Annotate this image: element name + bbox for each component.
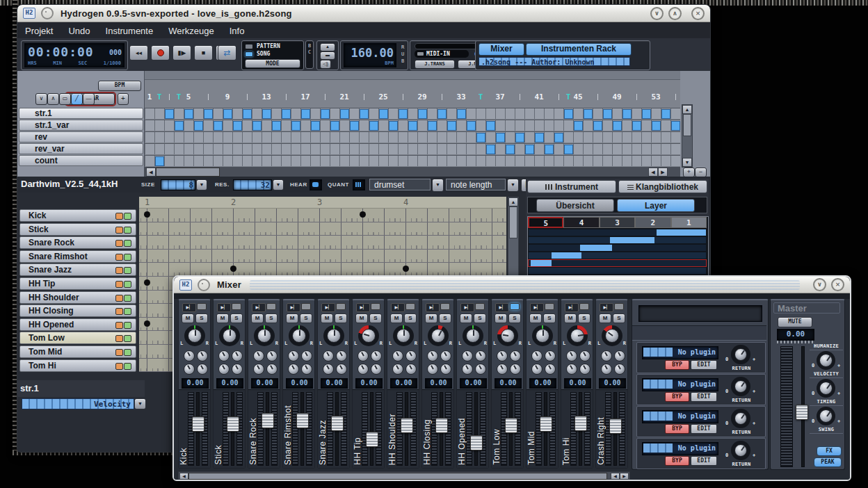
- subtab-layers[interactable]: Layer: [617, 199, 695, 212]
- menu-item-werkzeuge[interactable]: Werkzeuge: [161, 26, 222, 36]
- strip-fader-handle[interactable]: [401, 418, 413, 433]
- pattern-grid-row[interactable]: [139, 209, 506, 222]
- song-grid-cell-active[interactable]: [593, 121, 602, 131]
- song-grid-cell-active[interactable]: [584, 109, 593, 119]
- pattern-list-item[interactable]: str.1: [19, 108, 143, 119]
- strip-solo-button[interactable]: S: [404, 314, 417, 323]
- song-mode-label[interactable]: SONG: [257, 51, 270, 57]
- song-grid-row[interactable]: [145, 155, 680, 166]
- strip-solo-button[interactable]: S: [369, 314, 382, 323]
- fx-send-knob[interactable]: [510, 364, 521, 375]
- mute-button[interactable]: [115, 322, 123, 329]
- solo-button[interactable]: [124, 363, 131, 370]
- minimize-button[interactable]: ∨: [650, 7, 664, 20]
- song-grid-cell-active[interactable]: [214, 121, 223, 131]
- song-grid-cell-active[interactable]: [399, 109, 408, 119]
- strip-solo-button[interactable]: S: [508, 314, 521, 323]
- strip-fader-handle[interactable]: [296, 413, 309, 428]
- fx-edit-button[interactable]: EDIT: [691, 360, 717, 370]
- song-grid-cell-active[interactable]: [262, 109, 271, 119]
- solo-button[interactable]: [124, 349, 131, 356]
- song-grid-cell-active[interactable]: [613, 121, 622, 131]
- strip-solo-button[interactable]: S: [474, 314, 486, 323]
- strip-play-button[interactable]: ▶▏: [600, 303, 613, 312]
- pattern-mode-led[interactable]: [245, 44, 253, 49]
- record-button[interactable]: [151, 45, 170, 60]
- song-grid-cell-active[interactable]: [564, 145, 573, 154]
- fx-send-knob[interactable]: [405, 364, 417, 375]
- fx-bypass-button[interactable]: BYP: [665, 456, 689, 466]
- strip-pan-knob[interactable]: [536, 329, 549, 343]
- song-delete-mode-button[interactable]: —: [83, 93, 95, 105]
- song-grid-cell-active[interactable]: [369, 121, 378, 131]
- fx-plugin-name-display[interactable]: No plugin: [642, 378, 718, 391]
- song-pattern-up-button[interactable]: ∧: [47, 93, 59, 105]
- song-grid-cell-active[interactable]: [622, 109, 632, 119]
- window-menu-icon[interactable]: [198, 279, 210, 291]
- strip-fader-handle[interactable]: [227, 416, 239, 432]
- fx-send-knob[interactable]: [579, 364, 590, 375]
- song-grid-cell-active[interactable]: [486, 121, 495, 131]
- metronome-speaker-icon[interactable]: ◁): [320, 60, 331, 69]
- fx-send-knob[interactable]: [232, 364, 243, 375]
- mute-button[interactable]: [115, 240, 123, 247]
- mixer-horizontal-scrollbar[interactable]: ◀ ◀ ▶: [178, 471, 630, 480]
- timeline-tempo-marker[interactable]: T: [479, 92, 483, 101]
- pattern-grid-row[interactable]: [139, 250, 506, 263]
- pattern-list-item[interactable]: str.1_var: [19, 120, 143, 131]
- strip-solo-button[interactable]: S: [578, 314, 590, 323]
- song-grid-cell-active[interactable]: [457, 109, 466, 119]
- strip-pan-knob[interactable]: [570, 329, 584, 343]
- master-knob[interactable]: [819, 354, 833, 367]
- song-grid-cell-active[interactable]: [632, 121, 641, 131]
- pattern-list-item[interactable]: rev_var: [19, 143, 143, 154]
- strip-play-button[interactable]: ▶▏: [217, 303, 231, 312]
- song-grid-cell-active[interactable]: [661, 109, 670, 119]
- show-peaks-button[interactable]: PEAK: [814, 457, 842, 467]
- layer-header-5[interactable]: 5: [528, 217, 563, 228]
- song-mode-led[interactable]: [245, 51, 253, 57]
- strip-fader-handle[interactable]: [574, 416, 587, 431]
- song-grid-cell-active[interactable]: [515, 133, 524, 143]
- velocity-dropdown-button[interactable]: ▼: [134, 398, 146, 409]
- note-dot[interactable]: [360, 211, 366, 218]
- mode-button[interactable]: MODE: [245, 59, 300, 68]
- song-grid-cell-active[interactable]: [243, 109, 252, 119]
- strip-mute-button[interactable]: M: [460, 314, 472, 323]
- main-titlebar[interactable]: H2 Hydrogen 0.9.5-svn-exported - love_is…: [17, 5, 710, 22]
- strip-fader-handle[interactable]: [192, 416, 204, 432]
- song-grid-cell-active[interactable]: [301, 109, 310, 119]
- song-timeline[interactable]: 1TT59131721252933T3741T454953: [145, 71, 680, 104]
- fx-edit-button[interactable]: EDIT: [691, 424, 717, 434]
- song-grid-cell-active[interactable]: [321, 109, 330, 119]
- song-grid-cell-active[interactable]: [389, 121, 398, 131]
- song-grid[interactable]: 1TT59131721252933T3741T454953: [145, 71, 680, 177]
- song-grid-cell-active[interactable]: [564, 109, 573, 119]
- song-grid-cell-active[interactable]: [184, 109, 193, 119]
- timeline-tempo-marker[interactable]: T: [177, 92, 182, 101]
- fx-send-knob[interactable]: [184, 350, 195, 361]
- fx-send-knob[interactable]: [288, 364, 299, 375]
- instrument-row-hh-tip[interactable]: HH Tip: [19, 277, 136, 290]
- strip-solo-button[interactable]: S: [335, 314, 347, 323]
- play-pause-button[interactable]: ▮▶: [172, 45, 191, 60]
- song-select-mode-button[interactable]: ▭: [59, 93, 71, 105]
- subtab-general[interactable]: Übersicht: [536, 199, 614, 212]
- strip-mute-button[interactable]: M: [425, 314, 437, 323]
- solo-button[interactable]: [124, 254, 131, 261]
- song-grid-cell-active[interactable]: [486, 145, 495, 154]
- strip-mute-button[interactable]: M: [182, 314, 194, 323]
- maximize-button[interactable]: ∧: [668, 7, 682, 20]
- strip-pan-knob[interactable]: [188, 329, 202, 343]
- strip-fader-handle[interactable]: [435, 418, 448, 433]
- strip-play-button[interactable]: ▶▏: [252, 303, 266, 312]
- hear-toggle[interactable]: [310, 179, 322, 190]
- fx-send-knob[interactable]: [531, 364, 542, 375]
- strip-pan-knob[interactable]: [362, 329, 376, 343]
- menu-item-undo[interactable]: Undo: [61, 26, 97, 36]
- show-fx-button[interactable]: FX: [817, 446, 842, 456]
- loop-button[interactable]: ⇄: [218, 45, 236, 60]
- fx-edit-button[interactable]: EDIT: [691, 392, 717, 402]
- solo-button[interactable]: [124, 267, 131, 274]
- mute-button[interactable]: [115, 363, 123, 370]
